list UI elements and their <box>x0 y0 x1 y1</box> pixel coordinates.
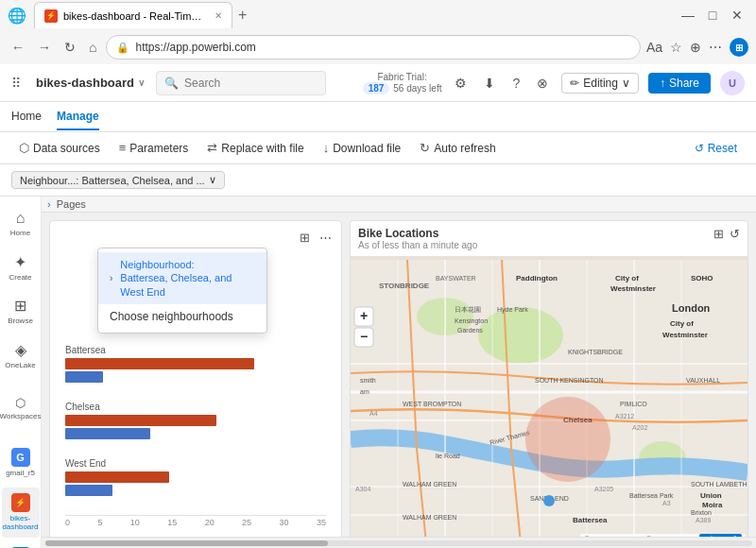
new-tab-button[interactable]: + <box>232 7 252 24</box>
reset-button[interactable]: ↺ Reset <box>687 138 745 159</box>
back-button[interactable]: ← <box>8 38 28 57</box>
sidebar-item-bikes-dashboard[interactable]: ⚡ bikes-dashboard <box>2 488 40 538</box>
app-name: bikes-dashboard ∨ <box>36 76 145 90</box>
header-right: Fabric Trial: 187 56 days left ⚙ ⬇ ? ⊗ ✏… <box>363 71 745 95</box>
download-file-button[interactable]: ↓ Download file <box>316 137 409 159</box>
refresh-button[interactable]: ↻ <box>60 38 79 57</box>
axis-20: 20 <box>205 518 215 527</box>
sidebar-item-gmail[interactable]: G gmail_r5 <box>2 442 40 484</box>
subnav-manage[interactable]: Manage <box>57 104 99 130</box>
svg-text:am: am <box>360 388 369 395</box>
battersea-bike-dot <box>543 495 555 506</box>
workspaces-icon: ⬡ <box>15 396 26 410</box>
reading-icon[interactable]: Aa <box>646 40 662 55</box>
download-label: Download file <box>333 142 401 155</box>
app-search[interactable]: 🔍 <box>156 71 326 95</box>
share-label: Share <box>669 77 699 90</box>
chart-focus-mode-button[interactable]: ⊞ <box>298 229 312 247</box>
dropdown-item-neighbourhood[interactable]: › Neighbourhood:Battersea, Chelsea, and … <box>98 252 266 304</box>
parameters-icon: ≡ <box>119 141 127 155</box>
svg-text:Union: Union <box>700 491 722 500</box>
active-tab[interactable]: ⚡ bikes-dashboard - Real-Time Inte... ✕ <box>34 2 232 28</box>
axis-5: 5 <box>97 518 102 527</box>
parameters-button[interactable]: ≡ Parameters <box>112 137 197 159</box>
browser-icon: 🌐 <box>8 7 26 25</box>
bar-group-chelsea: Chelsea <box>65 402 326 439</box>
sidebar-item-onelake[interactable]: ◈ OneLake <box>2 335 40 376</box>
close-button[interactable]: ✕ <box>726 4 748 26</box>
svg-text:SOUTH LAMBETH: SOUTH LAMBETH <box>691 481 747 488</box>
app-container: ⠿ bikes-dashboard ∨ 🔍 Fabric Trial: 187 … <box>0 64 756 548</box>
home-button[interactable]: ⌂ <box>85 38 100 57</box>
search-input[interactable] <box>184 77 318 90</box>
more-icon[interactable]: ⋯ <box>709 40 722 55</box>
bar-row-chelsea-orange <box>65 415 326 426</box>
home-icon: ⌂ <box>16 210 26 227</box>
dropdown-item-choose[interactable]: Choose neighbourhoods <box>98 304 266 329</box>
sidebar-bikes-label: bikes-dashboard <box>3 514 39 532</box>
chart-axis: 0 5 10 15 20 25 30 35 <box>65 515 326 529</box>
bar-row-battersea-blue <box>65 371 326 383</box>
download-icon: ↓ <box>323 141 330 155</box>
fabric-trial-label: Fabric Trial: <box>377 72 426 82</box>
editing-button[interactable]: ✏ Editing ∨ <box>561 73 639 94</box>
window-controls: — □ ✕ <box>677 4 748 26</box>
settings-button[interactable]: ⚙ <box>451 72 471 94</box>
chart-more-options-button[interactable]: ⋯ <box>318 229 334 247</box>
pages-chevron[interactable]: › <box>47 198 51 210</box>
minimize-button[interactable]: — <box>677 4 699 26</box>
user-avatar[interactable]: U <box>720 71 745 95</box>
sidebar-item-home[interactable]: ⌂ Home <box>2 204 40 244</box>
svg-text:smith: smith <box>360 377 376 384</box>
svg-text:+: + <box>360 308 368 323</box>
reset-label: Reset <box>708 142 737 155</box>
axis-10: 10 <box>130 518 140 527</box>
share-button[interactable]: ↑ Share <box>648 73 711 94</box>
bikes-dashboard-icon: ⚡ <box>11 493 30 512</box>
share-network-button[interactable]: ⊗ <box>533 72 552 94</box>
help-button[interactable]: ? <box>508 72 524 94</box>
report-area: ⊞ ⋯ › Neighbourhood:Battersea, Chelsea, … <box>42 213 756 537</box>
map-reset-button[interactable]: ↺ <box>730 227 740 241</box>
favorites-icon[interactable]: ☆ <box>670 40 682 55</box>
bar-row-west-end-orange <box>65 471 326 483</box>
microsoft-badge: Microsoft <box>699 534 742 537</box>
hyde-park <box>478 307 563 364</box>
maximize-button[interactable]: □ <box>701 4 724 26</box>
replace-with-file-button[interactable]: ⇄ Replace with file <box>199 137 311 159</box>
browse-icon: ⊞ <box>14 297 26 315</box>
app-name-chevron[interactable]: ∨ <box>138 77 145 88</box>
sidebar-item-bicycle-data[interactable]: 🚲 Bicycle-data <box>2 541 40 548</box>
address-bar[interactable]: 🔒 https://app.powerbi.com <box>106 35 640 60</box>
svg-text:日本花園: 日本花園 <box>455 306 481 313</box>
tab-bar-area: ⚡ bikes-dashboard - Real-Time Inte... ✕ … <box>34 2 677 28</box>
sidebar-item-browse[interactable]: ⊞ Browse <box>2 291 40 332</box>
svg-text:lie Road: lie Road <box>436 453 460 459</box>
map-focus-mode-button[interactable]: ⊞ <box>713 227 724 241</box>
nav-icons: Aa ☆ ⊕ ⋯ ⊞ <box>646 38 748 57</box>
create-icon: ✦ <box>14 253 26 271</box>
download-button[interactable]: ⬇ <box>480 72 499 94</box>
dropdown-chevron: › <box>110 273 112 283</box>
subnav-home[interactable]: Home <box>11 104 42 130</box>
bottom-scrollbar[interactable] <box>45 540 752 546</box>
filter-chip[interactable]: Neighbour...: Battersea, Chelsea, and ..… <box>11 171 225 189</box>
forward-button[interactable]: → <box>34 38 55 57</box>
tab-close-button[interactable]: ✕ <box>215 10 222 21</box>
auto-refresh-button[interactable]: ↻ Auto refresh <box>412 137 503 159</box>
bottom-scrollbar-thumb <box>45 540 328 546</box>
chart-panel: ⊞ ⋯ › Neighbourhood:Battersea, Chelsea, … <box>49 220 342 537</box>
onelake-icon: ◈ <box>15 341 26 359</box>
sidebar-item-create[interactable]: ✦ Create <box>2 248 40 288</box>
toolbar: ⬡ Data sources ≡ Parameters ⇄ Replace wi… <box>0 132 756 164</box>
app-grid-icon[interactable]: ⠿ <box>11 76 21 91</box>
bar-west-end-blue <box>65 485 112 496</box>
svg-text:WEST BROMPTON: WEST BROMPTON <box>403 401 461 407</box>
sidebar-item-workspaces[interactable]: ⬡ Workspaces <box>2 390 40 427</box>
data-sources-button[interactable]: ⬡ Data sources <box>11 137 108 159</box>
windows-logo[interactable]: ⊞ <box>730 38 748 57</box>
filter-bar: Neighbour...: Battersea, Chelsea, and ..… <box>0 164 756 197</box>
svg-text:SOHO: SOHO <box>691 274 713 283</box>
collections-icon[interactable]: ⊕ <box>690 40 701 55</box>
svg-text:A202: A202 <box>632 424 647 431</box>
